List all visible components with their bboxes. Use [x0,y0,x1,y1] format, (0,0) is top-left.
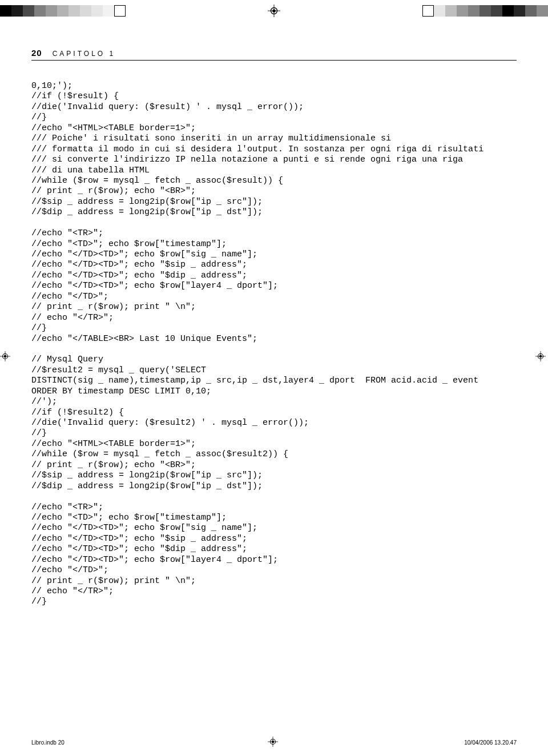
registration-icon-bottom [268,737,280,749]
page-header: 20 CAPITOLO 1 [31,48,517,61]
page-footer: Libro.indb 20 10/04/2006 13.20.47 [0,739,548,746]
page-content: 20 CAPITOLO 1 0,10;'); //if (!$result) {… [0,0,548,636]
code-listing: 0,10;'); //if (!$result) { //die('Invali… [31,81,517,608]
registration-icon-top [268,5,280,17]
page-number: 20 [31,48,42,58]
footer-right: 10/04/2006 13.20.47 [464,739,517,746]
chapter-title: CAPITOLO 1 [53,50,115,58]
footer-left: Libro.indb 20 [31,739,65,746]
regmark-right-swatches [422,5,548,17]
regmark-left-swatches [0,5,126,17]
registration-marks [0,5,548,17]
